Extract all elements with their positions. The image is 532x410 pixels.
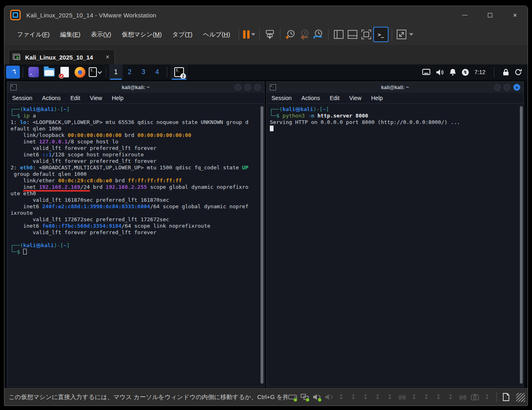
sound-icon[interactable] [312, 392, 322, 402]
terminal-titlebar[interactable]: >_ kali@kali: ~ × [267, 82, 523, 93]
usb-device-icon[interactable]: ↧ [372, 392, 383, 402]
fit-guest-button[interactable] [395, 27, 413, 42]
usb-device-icon[interactable]: ↧ [360, 392, 371, 402]
usb-device-icon[interactable]: ↧ [348, 392, 359, 402]
tab-close-icon[interactable]: × [106, 53, 109, 61]
vmware-logo-icon [10, 10, 21, 20]
usb-device-icon[interactable]: ↧ [445, 392, 456, 402]
usb-device-icon[interactable]: ↧ [385, 392, 395, 402]
speaker-muted-icon[interactable] [324, 392, 334, 402]
maximize-button[interactable] [477, 6, 502, 24]
taskbar-separator [167, 67, 167, 77]
hard-disk-icon[interactable] [287, 392, 298, 402]
menu-tabs[interactable]: タブ(T) [167, 28, 198, 41]
scrollbar[interactable] [261, 106, 263, 384]
take-snapshot-button[interactable] [284, 27, 297, 42]
menu-vm[interactable]: 仮想マシン(M) [117, 28, 167, 41]
connected-dot [318, 398, 321, 401]
menu-help[interactable]: ヘルプ(H) [198, 28, 235, 41]
pause-vm-button[interactable] [242, 27, 256, 42]
editor-badge-icon [59, 73, 64, 79]
menu-view[interactable]: 表示(V) [86, 28, 117, 41]
signal-device-icon[interactable]: ((o)) [457, 392, 468, 402]
firefox-launcher[interactable] [73, 66, 86, 79]
tab-label: Kali_Linux_2025_10_14 [25, 54, 93, 61]
window-title: Kali_Linux_2025_10_14 - VMware Workstati… [26, 12, 156, 19]
workspace-3[interactable]: 3 [137, 64, 150, 80]
show-library-button[interactable] [332, 27, 346, 42]
signal-device-icon[interactable]: ((o)) [397, 392, 407, 402]
kali-menu-button[interactable] [6, 66, 20, 79]
workspace-2[interactable]: 2 [123, 64, 137, 80]
power-manager-icon[interactable]: ↯ [462, 69, 469, 76]
volume-icon[interactable] [436, 69, 444, 76]
menu-actions[interactable]: Actions [42, 95, 61, 101]
toolbar-separator [392, 28, 392, 41]
chevron-down-icon[interactable] [251, 33, 255, 36]
minimize-icon[interactable] [494, 84, 501, 91]
terminal-window-left[interactable]: >_ kali@kali: ~ Session Actions Edit Vie… [7, 81, 265, 387]
terminal-output[interactable]: ┌──(kali㉿kali)-[~]└─$ python3 -m http.se… [267, 104, 523, 387]
notifications-bell-icon[interactable] [449, 68, 456, 76]
manage-snapshots-button[interactable] [311, 27, 325, 42]
menu-file[interactable]: ファイル(F) [12, 28, 55, 41]
maximize-icon[interactable] [504, 84, 511, 91]
close-icon[interactable] [254, 84, 261, 91]
camera-icon[interactable] [470, 392, 480, 402]
usb-device-icon[interactable]: ↧ [336, 392, 346, 402]
menu-edit[interactable]: 編集(E) [55, 28, 86, 41]
fullscreen-icon [360, 28, 372, 41]
menu-session[interactable]: Session [12, 95, 32, 101]
scrollbar[interactable] [520, 106, 523, 384]
text-editor-launcher[interactable] [58, 66, 71, 79]
menu-actions[interactable]: Actions [301, 95, 320, 101]
terminal-title: kali@kali: ~ [267, 85, 523, 90]
tab-strip: Kali_Linux_2025_10_14 × [4, 45, 528, 64]
terminal-window-right[interactable]: >_ kali@kali: ~ × Session Actions Edit V… [266, 81, 524, 387]
kali-dragon-icon [9, 68, 17, 77]
status-message: この仮想マシンに直接入力するには、マウス カーソルをウィンドウの内側に移動するか… [9, 393, 287, 401]
terminal-launcher[interactable]: $_ [89, 66, 102, 79]
terminal-window-group[interactable]: $_ 2 [170, 64, 188, 80]
menu-session[interactable]: Session [271, 95, 292, 101]
workspace-4[interactable]: 4 [150, 64, 164, 80]
revert-snapshot-button[interactable] [297, 27, 311, 42]
fullscreen-button[interactable] [359, 27, 373, 42]
qterminal-launcher[interactable]: »_ [27, 66, 40, 79]
usb-device-icon[interactable]: ↧ [421, 392, 432, 402]
network-adapter-icon[interactable] [299, 392, 310, 402]
minimize-icon[interactable] [235, 84, 241, 91]
status-device-icons: ↧ ↧ ↧ ↧ ↧ ((o)) ↧ ↧ ↧ ↧ ((o)) ↧ [287, 392, 525, 402]
usb-device-icon[interactable]: ↧ [433, 392, 444, 402]
minimize-button[interactable] [452, 6, 477, 24]
chevron-down-icon[interactable] [409, 33, 413, 36]
file-manager-launcher[interactable] [43, 66, 56, 79]
menu-help[interactable]: Help [112, 95, 124, 101]
network-icon[interactable] [422, 69, 430, 75]
resize-grip[interactable] [516, 393, 525, 402]
chevron-down-icon[interactable] [98, 70, 102, 74]
window-controls: × [452, 6, 528, 24]
usb-device-icon[interactable]: ↧ [409, 392, 419, 402]
close-button[interactable]: × [502, 6, 528, 24]
menu-edit[interactable]: Edit [71, 95, 80, 101]
workspace-1[interactable]: 1 [109, 64, 123, 80]
logout-icon[interactable] [515, 68, 522, 76]
send-ctrl-alt-del-button[interactable] [263, 27, 277, 42]
maximize-icon[interactable] [244, 84, 251, 91]
menu-help[interactable]: Help [371, 95, 383, 101]
menu-view[interactable]: View [349, 95, 361, 101]
usb-device-icon[interactable]: ↧ [482, 392, 492, 402]
menu-view[interactable]: View [90, 95, 102, 101]
message-log-icon[interactable] [501, 392, 511, 402]
show-thumbnail-bar-button[interactable] [346, 27, 359, 42]
library-panel-icon [333, 29, 344, 40]
close-icon[interactable]: × [513, 84, 520, 91]
terminal-titlebar[interactable]: >_ kali@kali: ~ [7, 82, 264, 93]
lock-screen-icon[interactable] [503, 68, 509, 76]
terminal-output[interactable]: ┌──(kali㉿kali)-[~]└─$ ip a1: lo: <LOOPBA… [7, 104, 264, 387]
menu-edit[interactable]: Edit [330, 95, 340, 101]
console-view-button[interactable]: >_ [373, 27, 389, 42]
taskbar-clock[interactable]: 7:12 [474, 69, 485, 75]
tab-kali-linux[interactable]: Kali_Linux_2025_10_14 × [9, 49, 115, 64]
